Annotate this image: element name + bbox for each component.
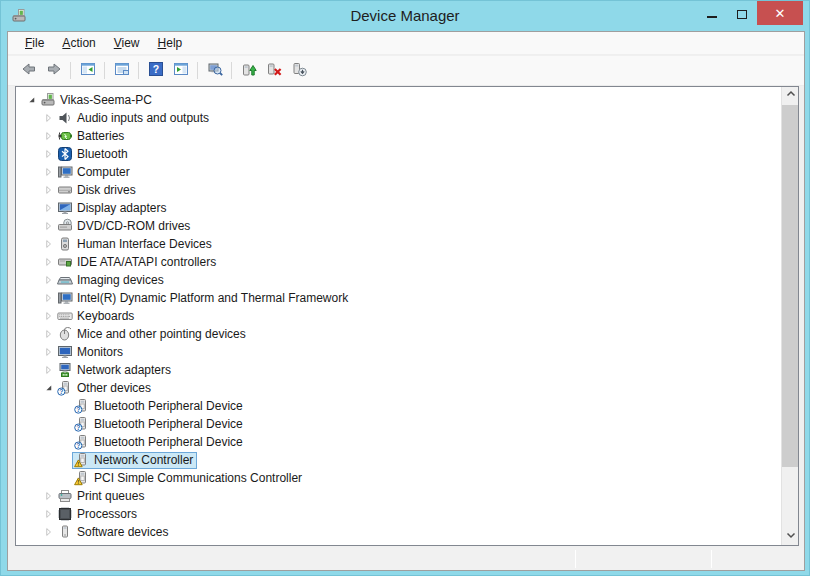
- disable-device-icon: [291, 61, 307, 81]
- tree-item-bluetooth[interactable]: Bluetooth: [16, 145, 781, 163]
- tree-item-imaging-devices[interactable]: Imaging devices: [16, 271, 781, 289]
- tree-item-software-devices[interactable]: Software devices: [16, 523, 781, 541]
- tree-item-content: Print queues: [55, 488, 148, 505]
- tree-item-computer[interactable]: Computer: [16, 163, 781, 181]
- tree-item-audio-inputs-and-outputs[interactable]: Audio inputs and outputs: [16, 109, 781, 127]
- tree-item-label: Bluetooth Peripheral Device: [94, 398, 243, 415]
- tree-item-label: Mice and other pointing devices: [77, 326, 246, 343]
- menu-item-view[interactable]: View: [105, 33, 149, 53]
- show-console-tree-button[interactable]: [76, 59, 99, 82]
- expander-collapsed-icon[interactable]: [43, 346, 55, 358]
- expander-collapsed-icon[interactable]: [43, 526, 55, 538]
- tree-item-batteries[interactable]: Batteries: [16, 127, 781, 145]
- show-action-pane-button[interactable]: [169, 59, 192, 82]
- expander-collapsed-icon[interactable]: [43, 364, 55, 376]
- tree-item-human-interface-devices[interactable]: Human Interface Devices: [16, 235, 781, 253]
- menu-item-action[interactable]: Action: [53, 33, 104, 53]
- tree-item-monitors[interactable]: Monitors: [16, 343, 781, 361]
- forward-button[interactable]: [42, 59, 65, 82]
- back-icon: [21, 61, 37, 81]
- tree-item-content: DVD/CD-ROM drives: [55, 218, 194, 235]
- expander-collapsed-icon[interactable]: [43, 328, 55, 340]
- uninstall-device-button[interactable]: [262, 59, 285, 82]
- tree-item-content: Vikas-Seema-PC: [38, 92, 156, 109]
- chevron-up-icon: [783, 86, 799, 106]
- window-title: Device Manager: [1, 7, 809, 24]
- tree-item-other-devices[interactable]: ?Other devices: [16, 379, 781, 397]
- close-button[interactable]: ✕: [757, 1, 803, 25]
- minimize-button[interactable]: [697, 1, 727, 25]
- svg-text:?: ?: [76, 442, 80, 449]
- scrollbar-thumb[interactable]: [782, 105, 799, 467]
- statusbar-divider: [575, 550, 576, 568]
- expander-collapsed-icon[interactable]: [43, 310, 55, 322]
- expander-collapsed-icon[interactable]: [43, 238, 55, 250]
- tree-item-disk-drives[interactable]: Disk drives: [16, 181, 781, 199]
- tree-item-keyboards[interactable]: Keyboards: [16, 307, 781, 325]
- update-driver-button[interactable]: [237, 59, 260, 82]
- tree-item-label: Print queues: [77, 488, 144, 505]
- tree-item-display-adapters[interactable]: Display adapters: [16, 199, 781, 217]
- tree-item-label: Bluetooth: [77, 146, 128, 163]
- maximize-button[interactable]: [727, 1, 757, 25]
- properties-button[interactable]: [110, 59, 133, 82]
- expander-collapsed-icon[interactable]: [43, 490, 55, 502]
- tree-item-vikas-seema-pc[interactable]: Vikas-Seema-PC: [16, 91, 781, 109]
- speaker-icon: [57, 110, 73, 126]
- back-button[interactable]: [17, 59, 40, 82]
- tree-item-pci-simple-communications-controller[interactable]: !PCI Simple Communications Controller: [16, 469, 781, 487]
- expander-expanded-icon[interactable]: [26, 94, 38, 106]
- computer-icon: [57, 290, 73, 306]
- titlebar[interactable]: Device Manager ✕: [1, 1, 809, 31]
- tree-item-label: IDE ATA/ATAPI controllers: [77, 254, 216, 271]
- unknown-device-icon: !: [74, 470, 90, 486]
- tree-item-processors[interactable]: Processors: [16, 505, 781, 523]
- ide-controller-icon: [57, 254, 73, 270]
- menu-item-file[interactable]: File: [16, 33, 53, 53]
- tree-item-bluetooth-peripheral-device[interactable]: ?Bluetooth Peripheral Device: [16, 433, 781, 451]
- tree-item-print-queues[interactable]: Print queues: [16, 487, 781, 505]
- tree-item-label: PCI Simple Communications Controller: [94, 470, 302, 487]
- scroll-up-button[interactable]: [782, 87, 799, 104]
- unknown-device-icon: ?: [74, 434, 90, 450]
- tree-item-bluetooth-peripheral-device[interactable]: ?Bluetooth Peripheral Device: [16, 397, 781, 415]
- tree-item-network-controller[interactable]: !Network Controller: [16, 451, 781, 469]
- tree-item-ide-ata-atapi-controllers[interactable]: IDE ATA/ATAPI controllers: [16, 253, 781, 271]
- expander-collapsed-icon[interactable]: [43, 220, 55, 232]
- tree-item-bluetooth-peripheral-device[interactable]: ?Bluetooth Peripheral Device: [16, 415, 781, 433]
- tree-item-dvd-cd-rom-drives[interactable]: DVD/CD-ROM drives: [16, 217, 781, 235]
- device-manager-window: Device Manager ✕ FileActionViewHelp ? Vi…: [0, 0, 810, 576]
- expander-collapsed-icon[interactable]: [43, 112, 55, 124]
- menu-item-help[interactable]: Help: [149, 33, 192, 53]
- svg-text:?: ?: [152, 63, 158, 75]
- toolbar-separator: [104, 62, 105, 79]
- vertical-scrollbar[interactable]: [781, 87, 798, 545]
- expander-collapsed-icon[interactable]: [43, 148, 55, 160]
- expander-collapsed-icon[interactable]: [43, 274, 55, 286]
- tree-item-content: Computer: [55, 164, 134, 181]
- expander-collapsed-icon[interactable]: [43, 166, 55, 178]
- expander-expanded-icon[interactable]: [43, 382, 55, 394]
- expander-collapsed-icon[interactable]: [43, 256, 55, 268]
- scan-hardware-changes-button[interactable]: [203, 59, 226, 82]
- expander-collapsed-icon[interactable]: [43, 130, 55, 142]
- expander-collapsed-icon[interactable]: [43, 508, 55, 520]
- scroll-down-button[interactable]: [782, 528, 799, 545]
- show-console-tree-icon: [80, 61, 96, 81]
- tree-item-intel-r-dynamic-platform-and-thermal-framework[interactable]: Intel(R) Dynamic Platform and Thermal Fr…: [16, 289, 781, 307]
- display-adapter-icon: [57, 200, 73, 216]
- tree-item-network-adapters[interactable]: Network adapters: [16, 361, 781, 379]
- maximize-icon: [737, 10, 747, 19]
- tree-item-mice-and-other-pointing-devices[interactable]: Mice and other pointing devices: [16, 325, 781, 343]
- disable-device-button[interactable]: [287, 59, 310, 82]
- expander-collapsed-icon[interactable]: [43, 292, 55, 304]
- dvd-drive-icon: [57, 218, 73, 234]
- expander-spacer: [60, 418, 72, 430]
- help-button[interactable]: ?: [144, 59, 167, 82]
- statusbar-divider: [711, 550, 712, 568]
- device-manager-icon[interactable]: [11, 8, 27, 24]
- tree-item-label: Disk drives: [77, 182, 136, 199]
- expander-collapsed-icon[interactable]: [43, 184, 55, 196]
- expander-collapsed-icon[interactable]: [43, 202, 55, 214]
- tree-item-label: Computer: [77, 164, 130, 181]
